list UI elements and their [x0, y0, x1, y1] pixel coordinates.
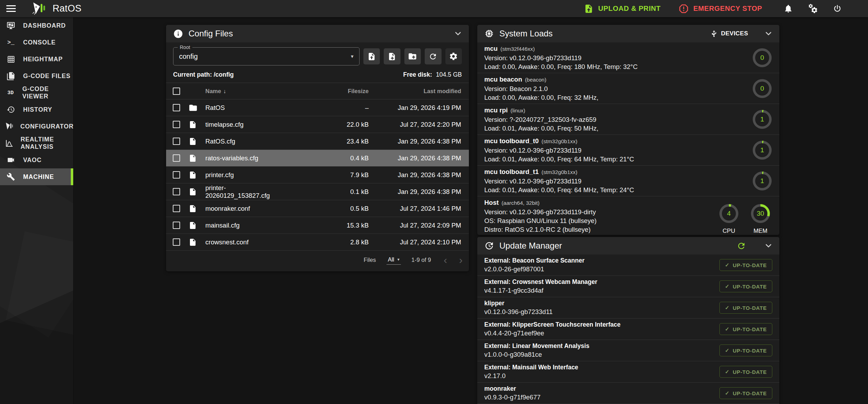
row-checkbox[interactable]: [173, 188, 180, 195]
panel-title: System Loads: [499, 29, 553, 39]
row-checkbox[interactable]: [173, 121, 180, 128]
column-name[interactable]: Name↓: [205, 88, 289, 95]
row-checkbox[interactable]: [173, 205, 180, 212]
load-ring: 1: [753, 172, 772, 190]
console-icon: >_: [5, 39, 16, 46]
check-icon: ✓: [725, 283, 730, 290]
update-entry: External: Crowsnest Webcam Manager v4.1.…: [477, 276, 779, 297]
sidebar-item-dashboard[interactable]: DASHBOARD: [0, 17, 73, 34]
mem-label: MEM: [753, 228, 767, 235]
update-entry: moonraker v0.9.3-0-g71f9e677 ✓UP-TO-DATE: [477, 383, 779, 404]
component-version: v4.1.17-1-g9cc3d4af: [484, 287, 597, 294]
host-load-entry: Host(aarch64, 32bit) Version: v0.12.0-39…: [477, 196, 779, 235]
up-to-date-button[interactable]: ✓UP-TO-DATE: [719, 366, 772, 378]
up-to-date-button[interactable]: ✓UP-TO-DATE: [719, 344, 772, 356]
root-select-value: config: [179, 53, 198, 61]
sidebar-item-gcode-viewer[interactable]: 3D G-CODE VIEWER: [0, 84, 73, 101]
refresh-files-button[interactable]: [425, 48, 441, 64]
collapse-panel-button[interactable]: [764, 29, 773, 38]
sidebar-item-realtime-analysis[interactable]: REALTIME ANALYSIS: [0, 135, 73, 152]
mcu-name: mcu toolboard_t0: [484, 137, 539, 145]
up-to-date-button[interactable]: ✓UP-TO-DATE: [719, 323, 772, 335]
menu-toggle-button[interactable]: [3, 0, 19, 17]
check-updates-button[interactable]: [737, 241, 746, 251]
table-row-hovered[interactable]: ratos-variables.cfg 0.4 kB Jan 29, 2026 …: [166, 150, 469, 167]
file-name: ratos-variables.cfg: [205, 154, 289, 162]
sidebar-item-label: CONFIGURATOR: [20, 123, 74, 130]
current-path: Current path: /config: [173, 71, 234, 78]
up-to-date-button[interactable]: ✓UP-TO-DATE: [719, 259, 772, 271]
sidebar-item-console[interactable]: >_ CONSOLE: [0, 34, 73, 51]
chart-curve-icon: [5, 139, 14, 147]
row-checkbox[interactable]: [173, 222, 180, 229]
power-button[interactable]: [829, 1, 845, 16]
sidebar-item-label: G-CODE FILES: [23, 72, 70, 80]
row-checkbox[interactable]: [173, 238, 180, 246]
emergency-stop-button[interactable]: EMERGENCY STOP: [679, 4, 762, 14]
pagination-range: 1-9 of 9: [411, 257, 431, 263]
file-table-footer: Files All ▾ 1-9 of 9 ‹ ›: [166, 251, 469, 269]
upload-file-button[interactable]: [363, 48, 380, 64]
load-ring: 0: [753, 48, 772, 67]
hamburger-icon: [6, 4, 16, 14]
up-to-date-button[interactable]: ✓UP-TO-DATE: [719, 387, 772, 399]
mcu-chip: (stm32g0b1xx): [541, 138, 577, 144]
table-row[interactable]: moonraker.conf 0.5 kB Jul 27, 2024 1:46 …: [166, 200, 469, 217]
sidebar-item-configurator[interactable]: CONFIGURATOR: [0, 118, 73, 135]
sidebar-item-vaoc[interactable]: VAOC: [0, 152, 73, 168]
select-arrow-icon: ▾: [351, 53, 354, 60]
table-row[interactable]: RatOS – Jan 29, 2026 4:19 PM: [166, 99, 469, 116]
sidebar-item-heightmap[interactable]: HEIGHTMAP: [0, 51, 73, 68]
file-name: crowsnest.conf: [205, 238, 289, 246]
create-file-button[interactable]: [384, 48, 400, 64]
row-checkbox[interactable]: [173, 104, 180, 111]
row-checkbox[interactable]: [173, 154, 180, 162]
devices-button[interactable]: DEVICES: [710, 30, 748, 37]
sidebar-item-gcode-files[interactable]: G-CODE FILES: [0, 68, 73, 84]
wrench-icon: [5, 173, 16, 181]
table-row[interactable]: printer.cfg 7.9 kB Jan 29, 2026 4:38 PM: [166, 167, 469, 183]
sidebar-item-history[interactable]: HISTORY: [0, 101, 73, 118]
file-name: timelapse.cfg: [205, 121, 289, 128]
create-folder-button[interactable]: [404, 48, 421, 64]
select-all-checkbox[interactable]: [173, 88, 180, 95]
collapse-panel-button[interactable]: [453, 29, 463, 38]
table-row[interactable]: RatOS.cfg 23.4 kB Jan 29, 2026 4:38 PM: [166, 133, 469, 150]
upload-print-button[interactable]: UPLOAD & PRINT: [584, 4, 661, 14]
update-entry: klipper v0.12.0-396-gb7233d11 ✓UP-TO-DAT…: [477, 297, 779, 319]
up-to-date-button[interactable]: ✓UP-TO-DATE: [719, 302, 772, 314]
collapse-panel-button[interactable]: [764, 241, 773, 250]
file-settings-button[interactable]: [445, 48, 462, 64]
file-modified: Jul 27, 2024 2:09 PM: [370, 222, 469, 229]
table-row[interactable]: crowsnest.conf 2.8 kB Jul 27, 2024 2:10 …: [166, 234, 469, 251]
load-ring: 1: [753, 141, 772, 160]
file-size: 7.9 kB: [289, 171, 370, 179]
usb-icon: [710, 30, 718, 37]
row-checkbox[interactable]: [173, 138, 180, 145]
column-filesize[interactable]: Filesize: [289, 88, 370, 95]
up-to-date-button[interactable]: ✓UP-TO-DATE: [719, 280, 772, 292]
table-row[interactable]: printer-20260129_153827.cfg 0.1 kB Jan 2…: [166, 183, 469, 200]
per-page-select[interactable]: All ▾: [387, 256, 401, 265]
row-checkbox[interactable]: [173, 171, 180, 179]
cpu-label: CPU: [723, 228, 735, 235]
table-row[interactable]: timelapse.cfg 22.0 kB Jul 27, 2024 2:20 …: [166, 116, 469, 133]
settings-button[interactable]: [805, 1, 820, 16]
table-row[interactable]: mainsail.cfg 15.3 kB Jul 27, 2024 2:09 P…: [166, 217, 469, 234]
component-name: klipper: [484, 300, 553, 307]
file-modified: Jan 29, 2026 4:19 PM: [370, 104, 469, 112]
notifications-button[interactable]: [780, 1, 796, 16]
column-last-modified[interactable]: Last modified: [370, 88, 469, 95]
3d-viewer-icon: 3D: [5, 90, 16, 96]
next-page-button[interactable]: ›: [459, 257, 463, 264]
video-camera-icon: [5, 156, 16, 164]
config-files-header: Config Files: [166, 25, 469, 42]
mcu-load-entry: mcu rpi(linux) Version: ?-20240727_13250…: [477, 104, 779, 135]
file-modified: Jan 29, 2026 4:38 PM: [370, 188, 469, 196]
sidebar-item-machine[interactable]: MACHINE: [0, 168, 73, 185]
dashboard-icon: [5, 21, 16, 30]
file-size: –: [289, 104, 370, 112]
file-modified: Jul 27, 2024 2:10 PM: [370, 238, 469, 246]
prev-page-button[interactable]: ‹: [444, 257, 447, 264]
root-select[interactable]: Root config ▾: [173, 47, 360, 65]
